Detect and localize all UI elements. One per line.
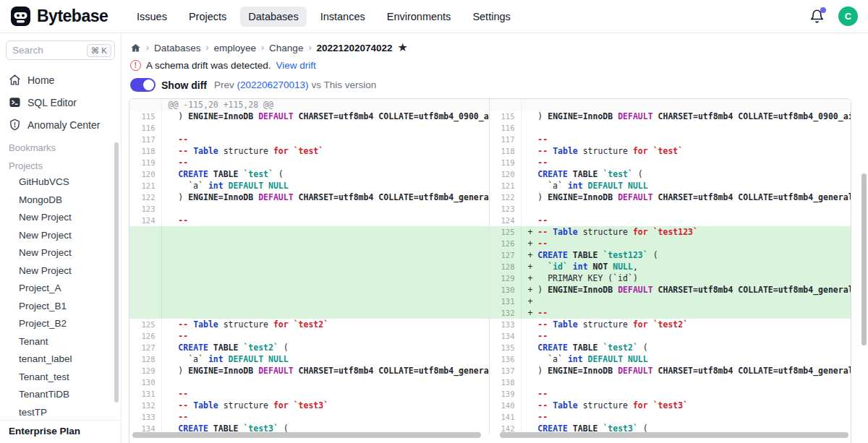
added-code-line: + --	[521, 307, 851, 319]
code-line-right: CREATE TABLE `test2` (	[521, 342, 851, 353]
right-pane-hscrollbar[interactable]	[500, 432, 848, 438]
sidebar-item-sql-editor[interactable]: SQL Editor	[6, 93, 115, 112]
diff-row: 119 --119 --	[129, 157, 851, 168]
breadcrumb-item-databases[interactable]: Databases	[154, 43, 201, 53]
code-line-left: -- Table structure for `test`	[161, 145, 489, 157]
diff-row: 128+ `id` int NOT NULL,	[129, 261, 851, 272]
line-number-right: 135	[489, 342, 521, 353]
added-code-line: + `id` int NOT NULL,	[521, 261, 851, 272]
line-number-right: 121	[489, 180, 521, 192]
sidebar: Search ⌘ K Home SQL Editor	[0, 33, 122, 443]
breadcrumb-separator: ›	[146, 43, 149, 53]
nav-item-settings[interactable]: Settings	[464, 7, 518, 27]
terminal-icon	[9, 96, 21, 108]
left-pane-hscrollbar[interactable]	[132, 432, 481, 438]
empty-code-left	[161, 238, 489, 249]
code-line-right: --	[521, 134, 851, 145]
notifications-bell-icon[interactable]	[809, 9, 825, 25]
nav-item-issues[interactable]: Issues	[129, 7, 175, 27]
nav-item-instances[interactable]: Instances	[312, 7, 373, 27]
main-nav: IssuesProjectsDatabasesInstancesEnvironm…	[129, 7, 519, 27]
sidebar-item-anomaly-center[interactable]: Anomaly Center	[6, 115, 115, 134]
diff-row: 128 `a` int DEFAULT NULL136 `a` int DEFA…	[129, 353, 851, 365]
project-item[interactable]: New Project	[6, 262, 115, 279]
project-item[interactable]: New Project	[6, 244, 115, 261]
project-item[interactable]: MongoDB	[6, 192, 115, 208]
view-drift-link[interactable]: View drift	[276, 60, 316, 71]
diff-row: 132 -- Table structure for `test3`140 --…	[129, 400, 851, 411]
project-item[interactable]: TenantTiDB	[6, 386, 115, 403]
line-number-left: 128	[129, 353, 161, 365]
diff-row: 130138	[129, 377, 851, 388]
code-line-right	[521, 122, 851, 134]
line-number-left: 120	[129, 168, 161, 180]
projects-section-label: Projects	[6, 155, 115, 173]
line-number-left: 132	[129, 400, 161, 411]
line-number-left: 130	[129, 377, 161, 388]
project-item[interactable]: GitHubVCS	[6, 173, 115, 190]
line-number-left: 133	[129, 411, 161, 423]
line-number-right: 116	[489, 122, 521, 134]
added-code-line: + ) ENGINE=InnoDB DEFAULT CHARSET=utf8mb…	[521, 284, 851, 296]
project-item[interactable]: Project_B2	[6, 315, 115, 332]
empty-code-left	[161, 261, 489, 272]
avatar[interactable]: C	[838, 7, 858, 26]
nav-item-databases[interactable]: Databases	[240, 7, 306, 27]
empty-gutter-left	[129, 226, 161, 238]
diff-row: 126 --134 --	[129, 330, 851, 342]
line-number-right: 133	[489, 319, 521, 330]
added-code-line: +	[521, 296, 851, 307]
project-item[interactable]: Project_B1	[6, 298, 115, 314]
code-line-right: ) ENGINE=InnoDB DEFAULT CHARSET=utf8mb4 …	[521, 365, 851, 377]
search-input[interactable]: Search ⌘ K	[6, 40, 115, 60]
brand[interactable]: Bytebase	[0, 6, 122, 27]
sidebar-scrollbar[interactable]	[114, 142, 119, 403]
line-number-right: 124	[489, 215, 521, 226]
diff-row: 133 --141 --	[129, 411, 851, 423]
diff-row: 127+ CREATE TABLE `test123` (	[129, 249, 851, 261]
prev-version-link[interactable]: (202206270013)	[237, 79, 309, 90]
hunk-header: @@ -115,20 +115,28 @@	[161, 99, 489, 111]
breadcrumb-home-icon[interactable]	[130, 43, 141, 53]
line-number-right: 141	[489, 411, 521, 423]
diff-row: 129+ PRIMARY KEY (`id`)	[129, 272, 851, 284]
breadcrumb-separator: ›	[308, 43, 311, 53]
line-number-right: 118	[489, 145, 521, 157]
project-item[interactable]: Project_A	[6, 280, 115, 296]
hunk-header-right	[521, 99, 851, 111]
breadcrumb-item-employee[interactable]: employee	[214, 43, 257, 53]
diff-row: 120 CREATE TABLE `test` (120 CREATE TABL…	[129, 168, 851, 180]
sidebar-item-home[interactable]: Home	[6, 70, 115, 90]
star-icon[interactable]: ★	[398, 42, 408, 53]
diff-row: 122 ) ENGINE=InnoDB DEFAULT CHARSET=utf8…	[129, 192, 851, 203]
breadcrumb-item-change[interactable]: Change	[269, 43, 303, 53]
line-number-right: 123	[489, 203, 521, 215]
nav-item-environments[interactable]: Environments	[379, 7, 459, 27]
breadcrumb-separator: ›	[206, 43, 209, 53]
line-number-right: 137	[489, 365, 521, 377]
project-item[interactable]: New Project	[6, 209, 115, 225]
line-number-right: 120	[489, 168, 521, 180]
project-item[interactable]: New Project	[6, 227, 115, 244]
code-line-right: -- Table structure for `test2`	[521, 319, 851, 330]
diff-row: 116116	[129, 122, 851, 134]
project-item[interactable]: tenant_label	[6, 350, 115, 367]
projects-list: GitHubVCSMongoDBNew ProjectNew ProjectNe…	[6, 173, 115, 438]
diff-row: 131+	[129, 296, 851, 307]
line-number-right: 132	[489, 307, 521, 319]
line-number-left: 117	[129, 134, 161, 145]
nav-item-projects[interactable]: Projects	[181, 7, 234, 27]
empty-code-left	[161, 284, 489, 296]
code-line-right: --	[521, 330, 851, 342]
empty-gutter-left	[129, 284, 161, 296]
line-number-right: 139	[489, 388, 521, 400]
code-line-left	[161, 203, 489, 215]
page-scrollbar[interactable]	[861, 173, 867, 345]
empty-gutter-left	[129, 261, 161, 272]
line-number-left: 121	[129, 180, 161, 192]
project-item[interactable]: testTP	[6, 404, 115, 421]
project-item[interactable]: Tenant	[6, 333, 115, 350]
code-line-right: --	[521, 411, 851, 423]
show-diff-toggle[interactable]	[130, 78, 156, 92]
project-item[interactable]: Tenant_test	[6, 369, 115, 385]
